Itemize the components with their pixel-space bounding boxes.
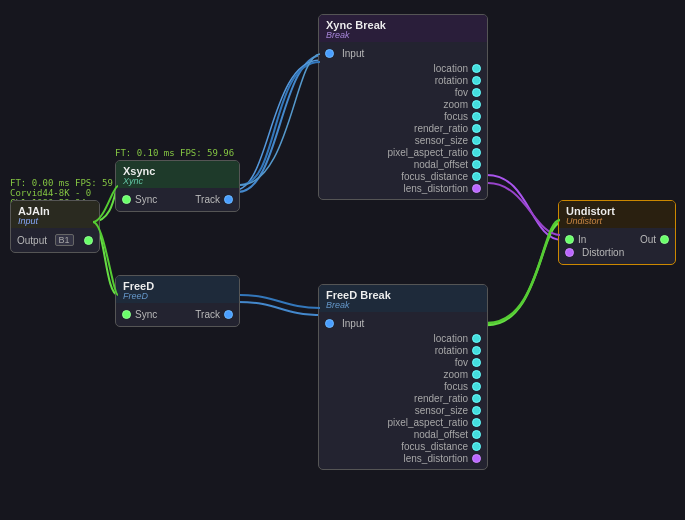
undistort-subtype: Undistort (566, 216, 668, 226)
ajaln-header: AJAIn Input (11, 201, 99, 228)
fb-port-render-ratio: render_ratio (325, 393, 481, 404)
undistort-header: Undistort Undistort (559, 201, 675, 228)
fb-port-fov: fov (325, 357, 481, 368)
fb-port-focus-distance: focus_distance (325, 441, 481, 452)
ajaln-subtype: Input (18, 216, 92, 226)
xsync-break-header: Xync Break Break (319, 15, 487, 42)
xsync-break-input-row: Input (325, 48, 481, 59)
freed-break-input-port[interactable] (325, 319, 334, 328)
fb-port-nodal-offset: nodal_offset (325, 429, 481, 440)
port-fov: fov (325, 87, 481, 98)
freed-header: FreeD FreeD (116, 276, 239, 303)
undistort-distortion-label: Distortion (582, 247, 624, 258)
node-graph-canvas: FT: 0.10 ms FPS: 59.96 FT: 0.00 ms FPS: … (0, 0, 685, 520)
undistort-node: Undistort Undistort In Out Distortion (558, 200, 676, 265)
xsync-break-input-label: Input (342, 48, 364, 59)
xsync-break-input-port[interactable] (325, 49, 334, 58)
freed-break-input-row: Input (325, 318, 481, 329)
fb-port-pixel-aspect: pixel_aspect_ratio (325, 417, 481, 428)
xsync-subtype: Xync (123, 176, 232, 186)
undistort-distortion-row: Distortion (565, 247, 669, 258)
freed-sync-label: Sync (135, 309, 195, 320)
freed-node: FreeD FreeD Sync Track (115, 275, 240, 327)
xsync-sync-in[interactable] (122, 195, 131, 204)
undistort-in-row: In Out (565, 234, 669, 245)
port-lens-distortion: lens_distortion (325, 183, 481, 194)
fb-port-sensor-size: sensor_size (325, 405, 481, 416)
freed-subtype: FreeD (123, 291, 232, 301)
port-rotation: rotation (325, 75, 481, 86)
badge: B1 (55, 234, 74, 246)
undistort-in-port[interactable] (565, 235, 574, 244)
output-label: Output (17, 235, 47, 246)
port-pixel-aspect: pixel_aspect_ratio (325, 147, 481, 158)
xsync-track-label: Track (195, 194, 220, 205)
undistort-out-label: Out (640, 234, 656, 245)
port-focus-distance: focus_distance (325, 171, 481, 182)
freed-break-node: FreeD Break Break Input location rotatio… (318, 284, 488, 470)
undistort-in-label: In (578, 234, 640, 245)
freed-track-out[interactable] (224, 310, 233, 319)
fb-port-rotation: rotation (325, 345, 481, 356)
xsync-break-subtype: Break (326, 30, 480, 40)
fb-port-focus: focus (325, 381, 481, 392)
freed-break-subtype: Break (326, 300, 480, 310)
xsync-node: Xsync Xync Sync Track (115, 160, 240, 212)
ajaln-output-row: Output B1 (17, 234, 93, 246)
undistort-distortion-port[interactable] (565, 248, 574, 257)
port-render-ratio: render_ratio (325, 123, 481, 134)
freed-sync-row: Sync Track (122, 309, 233, 320)
fps-stat-bottom: FT: 0.00 ms FPS: 59.95 (10, 178, 129, 188)
fps-stat-top: FT: 0.10 ms FPS: 59.96 (115, 148, 234, 158)
xsync-sync-row: Sync Track (122, 194, 233, 205)
freed-break-header: FreeD Break Break (319, 285, 487, 312)
port-nodal-offset: nodal_offset (325, 159, 481, 170)
freed-break-input-label: Input (342, 318, 364, 329)
xsync-track-out[interactable] (224, 195, 233, 204)
output-port[interactable] (84, 236, 93, 245)
port-location: location (325, 63, 481, 74)
port-sensor-size: sensor_size (325, 135, 481, 146)
freed-sync-in[interactable] (122, 310, 131, 319)
fb-port-lens-distortion: lens_distortion (325, 453, 481, 464)
corvid-stat: Corvid44-8K - 0 (10, 188, 91, 198)
fb-port-location: location (325, 333, 481, 344)
fb-port-zoom: zoom (325, 369, 481, 380)
port-zoom: zoom (325, 99, 481, 110)
undistort-out-port[interactable] (660, 235, 669, 244)
freed-track-label: Track (195, 309, 220, 320)
port-focus: focus (325, 111, 481, 122)
xsync-sync-label: Sync (135, 194, 195, 205)
xsync-header: Xsync Xync (116, 161, 239, 188)
xsync-break-node: Xync Break Break Input location rotation… (318, 14, 488, 200)
ajaln-node: AJAIn Input Output B1 (10, 200, 100, 253)
